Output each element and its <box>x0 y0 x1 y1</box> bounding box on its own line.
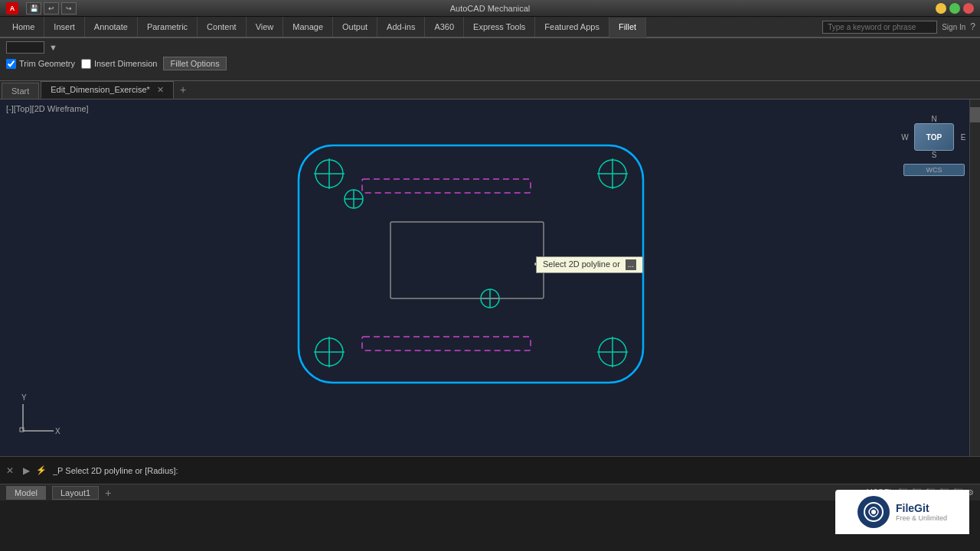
ribbon-tab-bar: Home Insert Annotate Parametric Content … <box>0 17 980 37</box>
insert-dimension-check[interactable]: Insert Dimension <box>81 59 158 69</box>
close-btn[interactable] <box>963 3 974 14</box>
tab-manage[interactable]: Manage <box>283 17 333 37</box>
app-icon: A <box>6 2 18 15</box>
svg-text:X: X <box>55 427 60 435</box>
scrollbar-thumb[interactable] <box>970 107 980 122</box>
search-input[interactable] <box>822 21 937 34</box>
wcs-button[interactable]: WCS <box>903 164 965 176</box>
compass-north: N <box>928 115 940 123</box>
svg-text:Y: Y <box>21 393 27 402</box>
help-icon[interactable]: ? <box>970 21 975 32</box>
filegit-tagline: Free & Unlimited <box>896 514 947 522</box>
commandbar: ✕ ▶ ⚡ <box>0 456 980 484</box>
tab-a360[interactable]: A360 <box>425 17 464 37</box>
tab-add-btn[interactable]: + <box>174 80 192 99</box>
tab-parametric[interactable]: Parametric <box>138 17 198 37</box>
svg-rect-19 <box>362 179 531 193</box>
tooltip-select: Select 2D polyline or ... <box>536 256 643 273</box>
layout1-tab[interactable]: Layout1 <box>52 486 99 500</box>
window-controls <box>936 3 974 14</box>
tab-content[interactable]: Content <box>198 17 247 37</box>
add-layout-btn[interactable]: + <box>105 487 111 499</box>
cmd-close-btn[interactable]: ✕ <box>3 464 17 478</box>
tab-output[interactable]: Output <box>333 17 377 37</box>
viewcube: N W TOP E S WCS <box>903 115 965 191</box>
maximize-btn[interactable] <box>949 3 960 14</box>
compass-west: W <box>899 133 911 142</box>
tab-view[interactable]: View <box>247 17 284 37</box>
filegit-logo-svg <box>863 501 884 523</box>
quick-access-btn[interactable]: 💾 <box>26 2 41 15</box>
fillet-toolbar: 10 ▼ Trim Geometry Insert Dimension Fill… <box>0 38 980 81</box>
tab-insert[interactable]: Insert <box>44 17 85 37</box>
filegit-watermark: FileGit Free & Unlimited <box>835 490 969 534</box>
compass-east: E <box>957 133 969 142</box>
trim-geometry-checkbox[interactable] <box>6 59 16 69</box>
radius-input[interactable]: 10 <box>6 41 44 54</box>
model-tab[interactable]: Model <box>6 486 46 500</box>
cad-drawing <box>0 99 980 456</box>
filegit-text: FileGit Free & Unlimited <box>896 502 947 522</box>
svg-rect-21 <box>390 222 544 298</box>
tooltip-expand-btn[interactable]: ... <box>626 259 636 270</box>
cmd-settings-btn[interactable]: ▶ <box>20 464 33 478</box>
cmd-prompt-icon: ⚡ <box>36 465 47 475</box>
tab-home[interactable]: Home <box>3 17 44 37</box>
titlebar: A 💾 ↩ ↪ AutoCAD Mechanical <box>0 0 980 17</box>
window-title: AutoCAD Mechanical <box>450 4 531 13</box>
tab-exercise[interactable]: Edit_Dimension_Exercise* ✕ <box>41 81 174 99</box>
insert-dimension-checkbox[interactable] <box>81 59 91 69</box>
svg-rect-20 <box>362 337 531 350</box>
minimize-btn[interactable] <box>936 3 946 14</box>
viewport: [-][Top][2D Wireframe] <box>0 99 980 456</box>
coord-axes: Y X <box>15 393 61 441</box>
statusbar: Model Layout1 + MODEL ⬛ ⬛ ⬛ ⬛ ⬛ ⚙ <box>0 484 980 500</box>
ribbon: Home Insert Annotate Parametric Content … <box>0 17 980 38</box>
cmd-input[interactable] <box>53 466 977 475</box>
tab-addins[interactable]: Add-ins <box>377 17 425 37</box>
filegit-name: FileGit <box>896 502 947 514</box>
axes-svg: Y X <box>15 393 61 439</box>
toolbar-row-options: Trim Geometry Insert Dimension Fillet Op… <box>6 57 974 70</box>
trim-geometry-check[interactable]: Trim Geometry <box>6 59 75 69</box>
right-scrollbar[interactable] <box>969 99 980 456</box>
filegit-logo <box>858 496 890 528</box>
radius-dropdown-icon[interactable]: ▼ <box>49 43 57 52</box>
document-tabbar: Start Edit_Dimension_Exercise* ✕ + <box>0 81 980 99</box>
tab-start[interactable]: Start <box>2 83 39 99</box>
tab-fillet[interactable]: Fillet <box>609 18 646 37</box>
viewcube-compass: N W TOP E S <box>903 115 965 159</box>
redo-btn[interactable]: ↪ <box>61 2 77 15</box>
compass-south: S <box>928 151 940 159</box>
svg-point-29 <box>871 510 876 514</box>
fillet-options-btn[interactable]: Fillet Options <box>163 57 226 70</box>
undo-btn[interactable]: ↩ <box>44 2 59 15</box>
toolbar-row-radius: 10 ▼ <box>6 41 974 54</box>
viewport-label: [-][Top][2D Wireframe] <box>6 104 89 113</box>
tab-close-icon[interactable]: ✕ <box>157 85 164 94</box>
sign-in-link[interactable]: Sign In <box>942 23 965 31</box>
tab-annotate[interactable]: Annotate <box>85 17 138 37</box>
viewcube-top[interactable]: TOP <box>914 123 954 151</box>
tab-express[interactable]: Express Tools <box>464 17 535 37</box>
tab-featured[interactable]: Featured Apps <box>535 17 609 37</box>
